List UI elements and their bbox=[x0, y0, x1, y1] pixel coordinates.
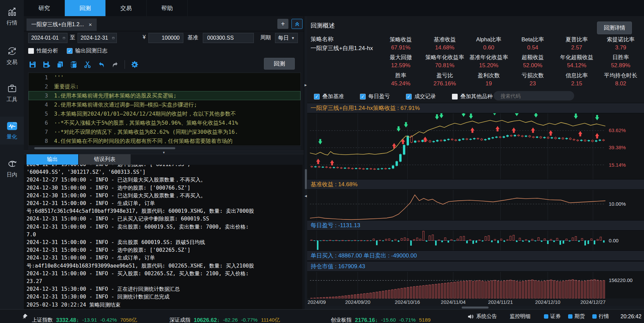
pin-icon[interactable] bbox=[22, 314, 28, 319]
line-number: 1 bbox=[29, 73, 54, 82]
sidebar-item-trade[interactable]: ¥交易 bbox=[0, 42, 24, 70]
strategy-name-label: 策略名称 bbox=[311, 35, 333, 43]
benchmark-return-chart[interactable] bbox=[307, 190, 644, 220]
stat-label: 平均持仓时长 bbox=[604, 72, 637, 79]
save-icon[interactable] bbox=[28, 60, 37, 69]
backtest-overview-panel: 回测概述 回测详情 策略名称 一阳穿三线+自用1.24-hx 策略收益67.91… bbox=[307, 16, 644, 309]
stat-label: 策略年化收益率 bbox=[425, 54, 464, 61]
option-输出回测日志[interactable]: ✓输出回测日志 bbox=[67, 47, 107, 54]
copy-icon[interactable] bbox=[56, 60, 64, 69]
calendar-icon[interactable] bbox=[112, 35, 114, 41]
overlay-option-叠加基准[interactable]: ✓叠加基准 bbox=[314, 93, 344, 100]
link-icon bbox=[544, 314, 548, 319]
stat-value: 2.57 bbox=[571, 44, 582, 51]
strategy-name-value: 一阳穿三线+自用1.24-hx bbox=[311, 44, 373, 52]
editor-horizontal-scrollbar[interactable] bbox=[28, 147, 301, 150]
paste-icon[interactable] bbox=[70, 60, 78, 69]
search-input[interactable] bbox=[500, 93, 568, 99]
backtest-detail-button[interactable]: 回测详情 bbox=[597, 22, 632, 34]
quick-link-证券[interactable]: 证券 bbox=[544, 313, 561, 320]
sidebar-item-quant[interactable]: 量化 bbox=[0, 117, 24, 145]
quick-link-期货[interactable]: 期货 bbox=[568, 313, 585, 320]
checkbox-icon[interactable] bbox=[452, 94, 458, 99]
daily-pnl-chart[interactable] bbox=[307, 231, 644, 250]
save-all-icon[interactable] bbox=[42, 60, 51, 69]
tab-交易[interactable]: 交易 bbox=[106, 0, 147, 16]
output-tab-错误列表[interactable]: 错误列表 bbox=[79, 154, 131, 165]
editor-output-splitter[interactable]: ▼ bbox=[24, 151, 304, 154]
scrollbar-thumb[interactable] bbox=[462, 307, 489, 309]
stat-value: 14.68% bbox=[435, 44, 455, 51]
position-value-chart[interactable] bbox=[307, 272, 644, 298]
line-number: 8 bbox=[29, 136, 54, 146]
console-line: 2024-12-31 15:00:00 - INFO - 卖出股票 600019… bbox=[27, 239, 303, 246]
code-editor[interactable]: 1'''2重要提示:31.使用本策略前请先理解本策略的选股及买卖逻辑;42.使用… bbox=[28, 73, 301, 146]
console-line: 2024-12-31 15:30:00 - INFO - 回测统计数据汇总完成 bbox=[27, 293, 303, 301]
overlay-option-每日盈亏[interactable]: ✓每日盈亏 bbox=[360, 93, 390, 100]
stat-基准年化收益率: 基准年化收益率15.20% bbox=[467, 52, 511, 70]
initial-capital-input[interactable] bbox=[148, 33, 183, 43]
benchmark-input[interactable] bbox=[203, 33, 254, 43]
top-tab-bar: 研究回测交易帮助 bbox=[24, 0, 644, 16]
trade-icon: ¥ bbox=[7, 46, 17, 57]
x-axis-label: 2024/09 bbox=[308, 299, 326, 305]
x-axis-label: 2024/12/10 bbox=[535, 299, 560, 305]
strategy-document-tab[interactable]: 一阳穿三线+自用1.2... × bbox=[27, 18, 97, 31]
checkbox-icon[interactable]: ✓ bbox=[406, 94, 412, 99]
code-text: 1.使用本策略前请先理解本策略的选股及买卖逻辑; bbox=[54, 91, 177, 100]
collapse-panel-button[interactable] bbox=[291, 19, 303, 29]
clear-search-icon[interactable] bbox=[570, 93, 571, 99]
overlay-option-label: 叠加其他品种 bbox=[460, 93, 493, 100]
index-turnover: 11140亿 bbox=[261, 317, 280, 323]
settings-icon[interactable] bbox=[130, 60, 139, 69]
code-text: ··*不买入涨幅大于5%的股票，其策略收益为50.96%、策略年化收益54.41… bbox=[54, 118, 238, 127]
sidebar-item-label: 量化 bbox=[7, 133, 17, 140]
intraday-icon bbox=[7, 159, 17, 170]
end-date-field[interactable] bbox=[78, 33, 117, 43]
collapse-right-icon[interactable]: ▶ bbox=[305, 83, 307, 87]
strategy-tab-title: 一阳穿三线+自用1.2... bbox=[31, 21, 84, 28]
editor-line: 6··*不买入涨幅大于5%的股票，其策略收益为50.96%、策略年化收益54.4… bbox=[29, 118, 301, 127]
checkbox-icon[interactable] bbox=[28, 48, 34, 54]
tab-研究[interactable]: 研究 bbox=[24, 0, 65, 16]
output-tab-输出[interactable]: 输出 bbox=[27, 154, 78, 165]
checkbox-icon[interactable]: ✓ bbox=[67, 48, 73, 54]
sidebar-item-intraday[interactable]: 日内 bbox=[0, 155, 24, 183]
overlay-option-叠加其他品种[interactable]: 叠加其他品种 bbox=[452, 93, 493, 100]
add-tab-button[interactable]: + bbox=[277, 19, 288, 29]
calendar-icon[interactable] bbox=[63, 35, 65, 41]
tab-回测[interactable]: 回测 bbox=[65, 0, 106, 16]
console-line: 23.27 bbox=[27, 278, 303, 285]
cut-icon[interactable] bbox=[83, 60, 92, 69]
end-date-input[interactable] bbox=[80, 35, 110, 41]
editor-line: 53.本策略回测2024/01/01—2024/12/24期间的收益时，在以下其… bbox=[29, 109, 301, 118]
strategy-return-chart[interactable] bbox=[307, 113, 644, 179]
symbol-search-box[interactable] bbox=[494, 91, 574, 100]
overlay-option-label: 叠加基准 bbox=[322, 93, 344, 100]
scrollbar-thumb[interactable] bbox=[34, 147, 175, 149]
system-announcement[interactable]: 系统公告 bbox=[468, 313, 497, 320]
period-select[interactable]: 每日 ▼ bbox=[275, 33, 298, 43]
redo-icon[interactable] bbox=[111, 60, 120, 69]
monitor-detail-link[interactable]: 监控明细 bbox=[510, 313, 531, 320]
start-date-input[interactable] bbox=[31, 35, 61, 41]
scrollbar-thumb[interactable] bbox=[305, 169, 307, 189]
option-性能分析[interactable]: 性能分析 bbox=[28, 47, 58, 54]
close-icon[interactable]: × bbox=[89, 22, 92, 28]
quick-link-行情[interactable]: 行情 bbox=[592, 313, 609, 320]
overlay-option-成交记录[interactable]: ✓成交记录 bbox=[406, 93, 436, 100]
start-date-field[interactable] bbox=[28, 33, 67, 43]
stat-value: 70.81% bbox=[435, 62, 455, 69]
index-change-pct: -0.77% bbox=[241, 317, 258, 323]
sidebar-item-market[interactable]: 行情 bbox=[0, 3, 24, 31]
checkbox-icon[interactable]: ✓ bbox=[360, 94, 366, 99]
run-backtest-button[interactable]: 回测 bbox=[264, 58, 295, 70]
sidebar-item-tools[interactable]: 工具 bbox=[0, 79, 24, 107]
tab-帮助[interactable]: 帮助 bbox=[147, 0, 188, 16]
output-console: 2024-12-27 15:00:00 - INFO - 选中的股票: ['60… bbox=[24, 165, 303, 309]
collapse-left-icon[interactable]: ◀ bbox=[305, 194, 307, 198]
stat-value: 52.89% bbox=[611, 62, 631, 69]
checkbox-icon[interactable]: ✓ bbox=[314, 94, 320, 99]
chart-horizontal-scrollbar[interactable] bbox=[307, 306, 644, 309]
undo-icon[interactable] bbox=[97, 60, 106, 69]
